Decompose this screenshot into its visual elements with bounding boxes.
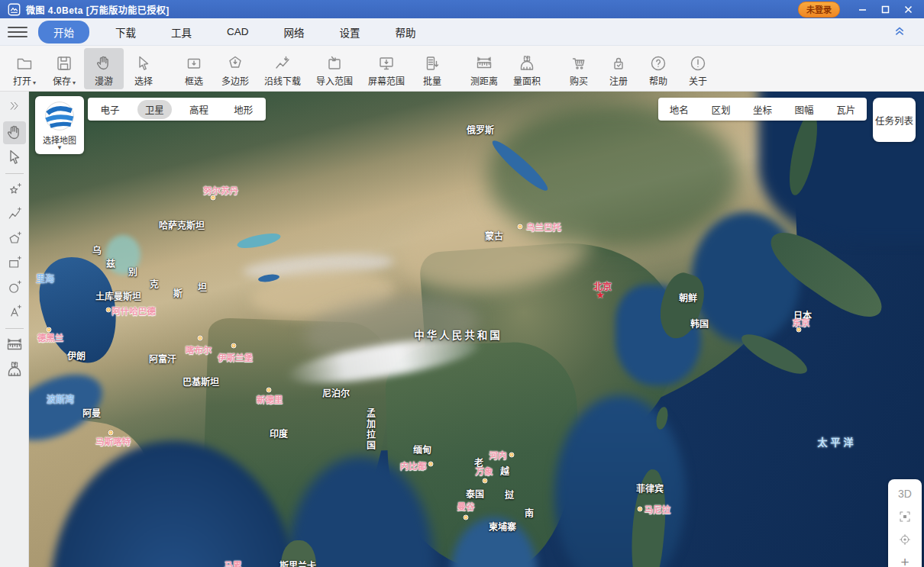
toolbar-button-关于[interactable]: 关于 [678,48,718,89]
side-tool-expand-arrows-icon[interactable] [3,97,26,120]
map-label-country: 兹 [106,256,115,269]
select-cursor-icon [134,51,153,72]
toolbar-button-label: 量面积 [513,74,541,87]
menu-item-下载[interactable]: 下载 [106,21,145,43]
overlay-tab-坐标[interactable]: 坐标 [745,100,780,119]
side-tool-rect-plus-icon[interactable] [3,252,26,275]
map-label-country: 斯里兰卡 [279,559,316,567]
toolbar-button-量面积[interactable]: 量面积 [506,48,548,89]
toolbar-button-label: 漫游 [95,74,113,87]
rect-select-icon [185,51,203,72]
map-label-country: 斯 [173,286,183,299]
folder-open-icon [15,51,34,72]
screen-range-icon [377,51,396,72]
map-label-country: 巴基斯坦 [183,375,219,388]
close-button[interactable] [897,1,919,18]
maximize-button[interactable] [874,1,897,18]
city-dot-icon [108,430,114,436]
hamburger-menu-icon[interactable] [8,23,27,41]
polyline-download-icon [273,51,292,72]
side-tool-freehand-plus-icon[interactable] [3,179,26,201]
map-control-+[interactable]: + [900,554,909,567]
toolbar-button-购买[interactable]: 购买 [559,48,599,89]
map-label-sea: 波斯湾 [47,392,74,405]
side-tool-polyline-plus-icon[interactable] [3,203,26,226]
menu-item-网络[interactable]: 网络 [275,21,314,43]
task-list-panel[interactable]: 任务列表 [873,98,916,142]
toolbar-button-选择[interactable]: 选择 [124,48,163,89]
toolbar-button-测距离[interactable]: 测距离 [463,48,506,89]
map-type-tab-卫星[interactable]: 卫星 [137,100,172,119]
map-label-city: 新德里 [257,393,283,405]
map-canvas[interactable]: 俄罗斯哈萨克斯坦蒙古土库曼斯坦伊朗阿富汗巴基斯坦尼泊尔印度缅甸泰国柬埔寨朝鲜韩国… [29,92,924,567]
overlay-tab-图幅[interactable]: 图幅 [787,100,822,119]
city-dot-icon [106,308,111,313]
map-label-city: 曼谷 [457,500,475,512]
chevron-down-icon: ▼ [57,146,63,150]
side-tool-measure-area-icon[interactable] [3,358,26,381]
toolbar-button-帮助[interactable]: 帮助 [638,48,678,89]
map-label-country: 坦 [198,280,207,293]
side-tool-circle-plus-icon[interactable] [3,276,26,299]
fullscreen-icon[interactable] [898,508,912,524]
side-tool-measure-distance-icon[interactable] [3,333,26,356]
menu-item-工具[interactable]: 工具 [162,21,201,43]
collapse-ribbon-icon[interactable] [893,24,916,40]
overlay-tab-地名[interactable]: 地名 [662,100,696,119]
map-control-3D[interactable]: 3D [898,485,912,501]
toolbar-button-批量[interactable]: 批量 [412,48,452,89]
map-label-country: 哈萨克斯坦 [159,218,205,231]
map-label-country: 克 [150,277,159,290]
map-label-city: 阿什哈巴德 [111,304,156,317]
menu-item-设置[interactable]: 设置 [331,21,370,43]
side-tool-pan-hand-icon[interactable] [3,121,26,144]
map-label-city: 马斯喀特 [95,435,131,447]
measure-area-icon [518,51,536,72]
map-label-country: 阿曼 [82,406,101,419]
map-type-tabs: 电子卫星高程地形 [88,98,266,121]
map-label-country: 伊朗 [67,349,86,362]
map-source-selector[interactable]: 选择地图 ▼ [35,96,84,154]
toolbar-button-框选[interactable]: 框选 [174,48,214,89]
toolbar-button-保存[interactable]: 保存▾ [44,48,84,89]
overlay-tab-区划[interactable]: 区划 [703,100,738,119]
side-tool-text-plus-icon[interactable] [3,301,26,324]
map-label-sea: 太平洋 [817,434,856,449]
menubar-items: 开始下载工具CAD网络设置帮助 [38,21,425,43]
map-type-tab-电子[interactable]: 电子 [93,100,128,119]
city-dot-icon [267,388,272,393]
toolbar-button-label: 注册 [609,74,628,87]
map-type-tab-地形[interactable]: 地形 [226,100,260,119]
measure-distance-icon [475,51,493,72]
menu-item-开始[interactable]: 开始 [38,21,89,43]
toolbar-button-多边形[interactable]: 多边形 [214,48,257,89]
locate-icon[interactable] [898,531,912,547]
toolbar-button-沿线下载[interactable]: 沿线下载 [257,48,309,89]
task-list-label: 任务列表 [875,113,913,127]
side-toolbar-divider [5,328,24,329]
map-label-country: 南 [525,506,534,519]
toolbar-button-注册[interactable]: 注册 [599,48,638,89]
overlay-tab-瓦片[interactable]: 瓦片 [829,100,863,119]
menu-item-CAD[interactable]: CAD [218,22,258,41]
map-label-city: 马累 [225,559,242,567]
toolbar-button-label: 测距离 [470,74,498,87]
toolbar-button-打开[interactable]: 打开▾ [5,48,44,89]
map-label-country: 朝鲜 [679,291,697,304]
login-badge[interactable]: 未登录 [798,2,840,18]
side-tool-select-cursor-icon[interactable] [3,146,26,169]
map-zoom-controls: 3D+ [888,479,922,567]
toolbar-button-漫游[interactable]: 漫游 [84,48,124,89]
capital-star-icon: ★ [596,289,605,301]
side-tool-polygon-plus-icon[interactable] [3,227,26,250]
toolbar-button-导入范围[interactable]: 导入范围 [309,48,360,89]
menu-item-帮助[interactable]: 帮助 [386,21,425,43]
toolbar-button-label: 屏幕范围 [368,74,405,87]
toolbar-items: 打开▾保存▾漫游选择框选多边形沿线下载导入范围屏幕范围批量测距离量面积购买注册帮… [5,48,718,89]
minimize-button[interactable] [851,1,874,18]
toolbar-button-屏幕范围[interactable]: 屏幕范围 [360,48,412,89]
city-dot-icon [428,462,434,467]
map-type-tab-高程[interactable]: 高程 [182,100,216,119]
window-title: 微图 4.0Beta [万能版功能已授权] [26,3,170,16]
map-label-country: 越 [500,464,509,477]
